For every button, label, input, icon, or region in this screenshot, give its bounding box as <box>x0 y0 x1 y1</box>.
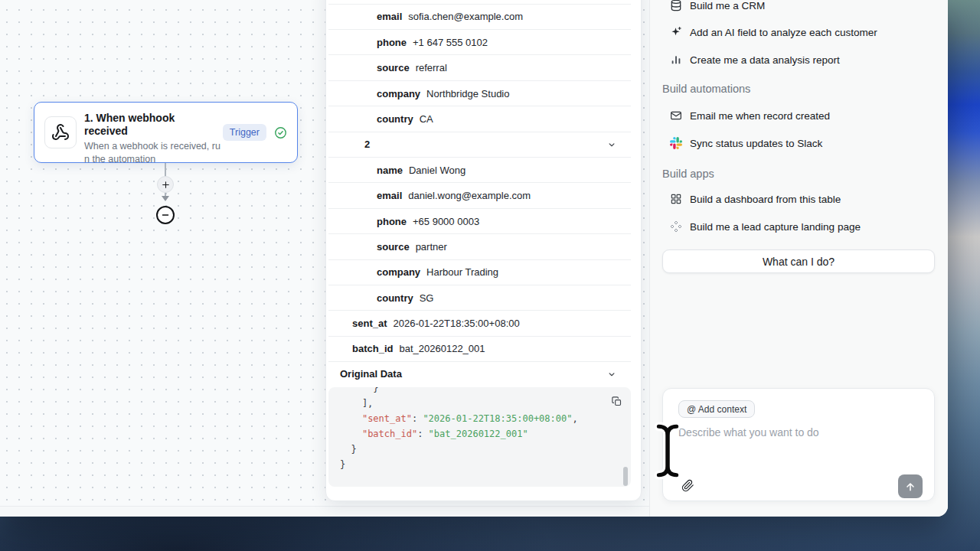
original-data-code-block[interactable]: } ], "sent_at": "2026-01-22T18:35:00+08:… <box>328 387 631 487</box>
trigger-badge: Trigger <box>223 124 266 141</box>
suggestion-label: Add an AI field to analyze each customer <box>690 27 877 38</box>
field-value: partner <box>416 241 447 253</box>
suggestion-label: Email me when record created <box>690 110 830 122</box>
chevron-down-icon[interactable] <box>606 369 617 380</box>
arrow-down-icon <box>162 196 169 201</box>
add-context-chip[interactable]: @ Add context <box>678 400 755 418</box>
field-value: SG <box>420 292 434 304</box>
database-icon <box>670 0 682 11</box>
connector-line <box>165 163 166 177</box>
suggestion-build-a-dashboard-from-this-table[interactable]: Build a dashboard from this table <box>670 192 841 206</box>
paperclip-icon[interactable] <box>681 479 694 492</box>
field-value: 2026-01-22T18:35:00+08:00 <box>394 318 520 329</box>
field-label: phone <box>377 37 407 48</box>
field-label: company <box>377 266 420 278</box>
payload-row: batch_idbat_20260122_001 <box>328 337 631 362</box>
payload-row: sent_at2026-01-22T18:35:00+08:00 <box>328 311 631 336</box>
suggestion-add-an-ai-field-to-analyze-each-customer[interactable]: Add an AI field to analyze each customer <box>670 25 877 39</box>
diamonds-icon <box>670 220 682 233</box>
field-value: Daniel Wong <box>409 165 466 176</box>
suggestion-build-me-a-crm[interactable]: Build me a CRM <box>670 0 765 12</box>
field-value: CA <box>420 113 433 125</box>
field-value: Harbour Trading <box>426 266 498 278</box>
payload-row[interactable]: 2 <box>328 132 631 158</box>
what-can-i-do-button[interactable]: What can I do? <box>662 249 935 273</box>
add-step-button[interactable] <box>157 176 174 193</box>
webhook-payload-panel: emailsofia.chen@example.comphone+1 647 5… <box>325 0 642 501</box>
field-value: daniel.wong@example.com <box>408 190 531 201</box>
chevron-down-icon[interactable] <box>606 139 617 150</box>
original-data-header[interactable]: Original Data <box>328 361 631 386</box>
field-value: bat_20260122_001 <box>399 343 485 354</box>
field-label: 2 <box>364 139 370 150</box>
send-button[interactable] <box>898 474 923 498</box>
field-value: +65 9000 0003 <box>413 216 479 227</box>
section-header-build-automations: Build automations <box>662 83 750 95</box>
json-code: } ], "sent_at": "2026-01-22T18:35:00+08:… <box>328 387 631 472</box>
chat-input-placeholder[interactable]: Describe what you want to do <box>678 426 819 439</box>
field-label: company <box>377 88 420 99</box>
suggestion-label: Build me a lead capture landing page <box>690 221 861 233</box>
payload-rows: emailsofia.chen@example.comphone+1 647 5… <box>328 4 631 362</box>
code-scrollbar[interactable] <box>623 467 628 486</box>
field-label: phone <box>377 216 407 227</box>
payload-row: phone+65 9000 0003 <box>328 209 631 234</box>
field-label: country <box>377 113 413 125</box>
field-value: Northbridge Studio <box>426 88 509 99</box>
suggestion-label: Build a dashboard from this table <box>690 194 841 205</box>
payload-row: emailsofia.chen@example.com <box>328 5 631 30</box>
payload-row: countryCA <box>328 106 631 132</box>
bar-chart-icon <box>670 54 682 66</box>
payload-row: emaildaniel.wong@example.com <box>328 183 631 208</box>
app-window: 1. When webhook received When a webhook … <box>0 0 948 517</box>
chat-input-card[interactable]: @ Add context Describe what you want to … <box>662 388 935 501</box>
suggestion-label: Build me a CRM <box>690 0 765 11</box>
canvas-footer-bar <box>0 506 649 517</box>
success-check-icon <box>274 126 287 139</box>
sparkles-icon <box>670 26 682 38</box>
field-label: email <box>377 11 402 22</box>
field-label: batch_id <box>352 343 393 354</box>
end-node-button[interactable] <box>156 206 175 224</box>
field-value: +1 647 555 0102 <box>413 37 488 48</box>
field-label: source <box>377 62 410 73</box>
payload-row: companyNorthbridge Studio <box>328 81 631 106</box>
payload-row: nameDaniel Wong <box>328 158 631 183</box>
field-label: sent_at <box>352 318 387 329</box>
webhook-icon <box>44 116 77 148</box>
suggestion-label: Create me a data analysis report <box>690 54 840 66</box>
suggestion-sync-status-updates-to-slack[interactable]: Sync status updates to Slack <box>670 136 822 150</box>
slack-icon <box>670 137 682 149</box>
suggestion-email-me-when-record-created[interactable]: Email me when record created <box>670 109 830 122</box>
copy-icon[interactable] <box>611 396 622 407</box>
field-label: country <box>377 292 413 304</box>
mail-icon <box>670 109 682 122</box>
field-label: name <box>377 165 403 176</box>
field-value: sofia.chen@example.com <box>408 11 523 22</box>
payload-row: companyHarbour Trading <box>328 260 631 285</box>
payload-row: sourcepartner <box>328 234 631 259</box>
section-header-build-apps: Build apps <box>662 168 714 180</box>
field-label: source <box>377 241 410 253</box>
suggestion-build-me-a-lead-capture-landing-page[interactable]: Build me a lead capture landing page <box>670 220 861 233</box>
payload-row: countrySG <box>328 285 631 311</box>
payload-row: sourcereferral <box>328 55 631 80</box>
dashboard-grid-icon <box>670 193 682 205</box>
field-label: email <box>377 190 402 201</box>
ai-assistant-sidebar: Build me a CRMAdd an AI field to analyze… <box>649 0 948 517</box>
trigger-node[interactable]: 1. When webhook received When a webhook … <box>34 102 298 163</box>
trigger-node-description: When a webhook is received, ru n the aut… <box>84 140 215 165</box>
suggestion-create-me-a-data-analysis-report[interactable]: Create me a data analysis report <box>670 53 840 67</box>
suggestion-label: Sync status updates to Slack <box>690 138 822 149</box>
field-value: referral <box>416 62 447 73</box>
trigger-node-title: 1. When webhook received <box>84 112 215 138</box>
payload-row: phone+1 647 555 0102 <box>328 30 631 55</box>
